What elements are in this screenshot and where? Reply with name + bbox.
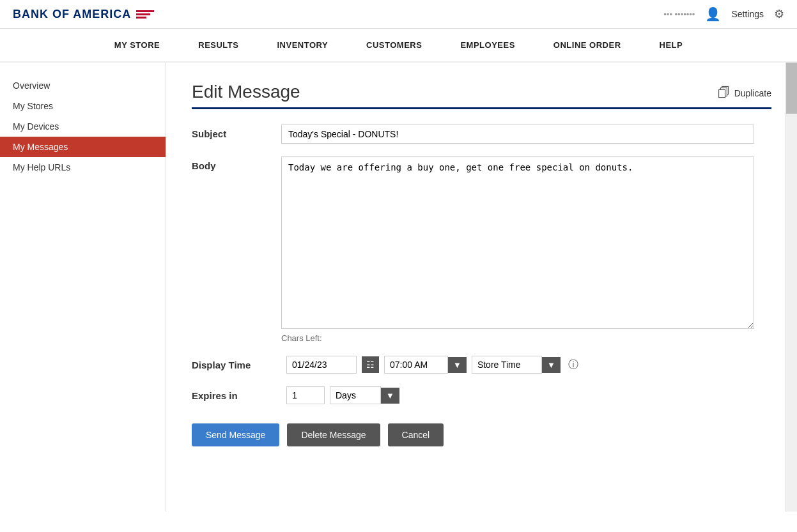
logo-area: BANK OF AMERICA xyxy=(13,8,154,21)
body-control: Chars Left: xyxy=(281,156,771,343)
send-message-button[interactable]: Send Message xyxy=(192,423,279,446)
nav-item-employees[interactable]: EMPLOYEES xyxy=(460,40,515,50)
top-bar: BANK OF AMERICA ••• ••••••• 👤 Settings ⚙ xyxy=(0,0,797,29)
top-right: ••• ••••••• 👤 Settings ⚙ xyxy=(663,6,784,22)
body-label: Body xyxy=(192,156,281,171)
timezone-dropdown-button[interactable]: ▼ xyxy=(542,357,561,373)
duplicate-icon: 🗍 xyxy=(718,86,731,100)
subject-label: Subject xyxy=(192,125,281,139)
nav-item-my-store[interactable]: MY STORE xyxy=(114,40,160,50)
sidebar-item-my-stores[interactable]: My Stores xyxy=(0,96,166,116)
main-content: Edit Message 🗍 Duplicate Subject Body Ch… xyxy=(166,63,797,512)
display-time-label: Display Time xyxy=(192,360,281,370)
duplicate-button[interactable]: 🗍 Duplicate xyxy=(718,86,771,100)
timezone-select-wrap: ▼ xyxy=(472,356,561,374)
sidebar-item-overview[interactable]: Overview xyxy=(0,75,166,96)
expires-label: Expires in xyxy=(192,390,281,401)
expires-num-input[interactable] xyxy=(286,386,325,404)
nav-item-online-order[interactable]: ONLINE ORDER xyxy=(553,40,621,50)
scrollbar[interactable] xyxy=(785,63,797,512)
expires-unit-dropdown-button[interactable]: ▼ xyxy=(381,388,399,404)
action-buttons: Send Message Delete Message Cancel xyxy=(192,423,771,446)
nav-item-help[interactable]: HELP xyxy=(660,40,683,50)
expires-row: Expires in ▼ xyxy=(192,386,771,404)
user-name: ••• ••••••• xyxy=(663,10,695,19)
flag-stripe-3 xyxy=(136,17,146,19)
body-textarea[interactable] xyxy=(281,156,754,329)
sidebar-item-my-devices[interactable]: My Devices xyxy=(0,116,166,137)
cancel-button[interactable]: Cancel xyxy=(388,423,444,446)
user-icon: 👤 xyxy=(705,6,721,22)
sidebar-item-my-messages[interactable]: My Messages xyxy=(0,137,166,157)
header-divider xyxy=(192,107,771,109)
logo-flag xyxy=(136,10,154,19)
delete-message-button[interactable]: Delete Message xyxy=(287,423,380,446)
main-nav: MY STORE RESULTS INVENTORY CUSTOMERS EMP… xyxy=(0,29,797,63)
time-input[interactable] xyxy=(384,356,448,374)
subject-row: Subject xyxy=(192,125,771,144)
time-select-wrap: ▼ xyxy=(384,356,467,374)
page-header: Edit Message 🗍 Duplicate xyxy=(192,82,771,102)
sidebar-item-my-help-urls[interactable]: My Help URLs xyxy=(0,157,166,178)
display-time-row: Display Time ☷ ▼ ▼ ⓘ xyxy=(192,356,771,374)
body-row: Body Chars Left: xyxy=(192,156,771,343)
nav-item-inventory[interactable]: INVENTORY xyxy=(277,40,328,50)
nav-item-customers[interactable]: CUSTOMERS xyxy=(366,40,422,50)
flag-stripe-1 xyxy=(136,10,154,12)
settings-link[interactable]: Settings xyxy=(731,9,764,19)
expires-unit-wrap: ▼ xyxy=(330,386,399,404)
timezone-input[interactable] xyxy=(472,356,542,374)
scroll-thumb[interactable] xyxy=(786,63,797,114)
sidebar: Overview My Stores My Devices My Message… xyxy=(0,63,166,512)
expires-unit-input[interactable] xyxy=(330,386,381,404)
chars-left: Chars Left: xyxy=(281,333,771,343)
flag-stripe-2 xyxy=(136,13,150,15)
time-dropdown-button[interactable]: ▼ xyxy=(448,357,467,373)
page-layout: Overview My Stores My Devices My Message… xyxy=(0,63,797,512)
duplicate-label: Duplicate xyxy=(734,88,771,98)
help-icon[interactable]: ⓘ xyxy=(568,358,578,372)
logo-text: BANK OF AMERICA xyxy=(13,8,131,21)
subject-control xyxy=(281,125,771,144)
gear-icon[interactable]: ⚙ xyxy=(774,7,784,21)
date-input[interactable] xyxy=(286,356,357,374)
subject-input[interactable] xyxy=(281,125,754,144)
nav-item-results[interactable]: RESULTS xyxy=(198,40,238,50)
page-title: Edit Message xyxy=(192,82,300,102)
calendar-button[interactable]: ☷ xyxy=(362,356,379,373)
